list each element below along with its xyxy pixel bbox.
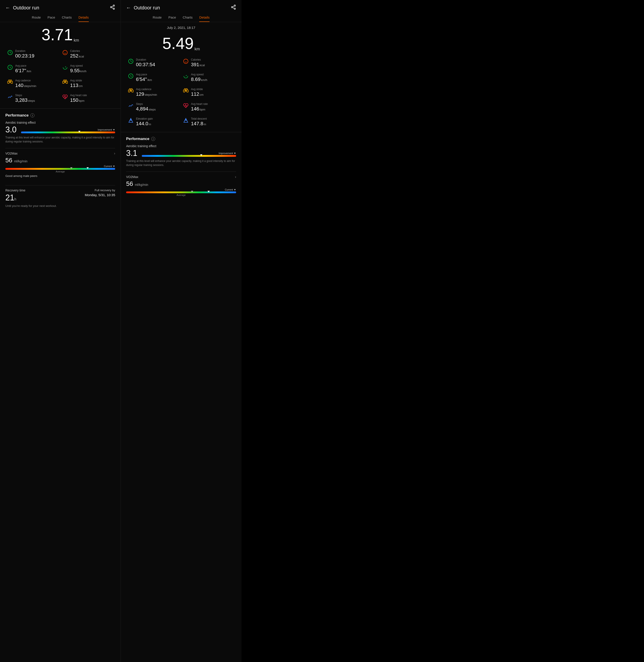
stat-icon xyxy=(128,59,134,65)
aerobic-bar-container: Improvement ▼ xyxy=(142,152,236,157)
vo2max-peer: Good among male peers xyxy=(5,174,115,178)
stat-item: Avg pace6'54"/km xyxy=(126,70,181,85)
stat-content: Avg cadence140steps/min xyxy=(15,79,36,88)
stat-item: Calories391kcal xyxy=(181,55,236,70)
stat-item: Total descent147.8m xyxy=(181,115,236,129)
stat-item: Elevation gain144.0m xyxy=(126,115,181,129)
stat-value: 146bpm xyxy=(191,106,208,112)
info-icon[interactable]: i xyxy=(151,137,155,141)
stat-value: 4,894steps xyxy=(136,106,156,112)
svg-rect-7 xyxy=(7,81,9,84)
share-icon[interactable] xyxy=(231,4,236,11)
stat-content: Avg heart rate150bpm xyxy=(70,94,87,103)
stat-value: 150bpm xyxy=(70,97,87,103)
stat-content: Calories391kcal xyxy=(191,58,205,68)
stat-value: 00:37:54 xyxy=(136,62,155,68)
performance-section: Performancei Aerobic training effect 3.0… xyxy=(0,110,120,211)
stat-value: 8.69km/h xyxy=(191,76,207,82)
svg-line-4 xyxy=(112,6,113,7)
vo2max-title: VO2Max xyxy=(126,175,138,179)
vo2max-arrow[interactable]: › xyxy=(235,175,236,179)
stat-icon xyxy=(128,103,134,110)
vo2max-title: VO2Max xyxy=(5,152,18,155)
recovery-date: Monday, 5/31, 10:35 xyxy=(85,193,115,197)
share-icon[interactable] xyxy=(110,4,115,11)
back-button[interactable]: ← xyxy=(5,5,10,11)
vo2max-bar-indicator xyxy=(87,167,89,169)
stats-grid: Duration00:23:19Calories252kcalAvg pace6… xyxy=(0,45,120,108)
stat-value: 144.0m xyxy=(136,121,153,127)
vo2max-avg-label: Average xyxy=(5,170,115,173)
stat-content: Avg cadence129steps/min xyxy=(136,88,157,97)
tab-charts[interactable]: Charts xyxy=(62,16,72,22)
recovery-subtitle: Until you're ready for your next workout… xyxy=(5,204,115,208)
stat-label: Calories xyxy=(191,58,205,61)
vo2max-bar-label: Current ▼ xyxy=(5,165,115,167)
stat-label: Duration xyxy=(136,58,155,61)
distance-unit: km xyxy=(194,47,200,51)
svg-rect-21 xyxy=(187,90,188,92)
run-date: July 2, 2021, 18:17 xyxy=(121,22,242,29)
stat-icon xyxy=(183,88,189,94)
stat-content: Avg speed9.55km/h xyxy=(70,64,87,74)
stat-item: Avg heart rate150bpm xyxy=(60,91,115,106)
main-distance: 3.71km xyxy=(0,22,120,45)
stat-label: Avg heart rate xyxy=(191,102,208,106)
tab-charts[interactable]: Charts xyxy=(183,16,192,22)
aerobic-section: Aerobic training effect 3.1 Improvement … xyxy=(126,144,236,167)
aerobic-description: Training at this level will enhance your… xyxy=(126,159,236,167)
stat-value: 113cm xyxy=(70,83,83,88)
stat-value: 252kcal xyxy=(70,53,84,59)
stat-label: Total descent xyxy=(191,117,207,120)
stat-item: Avg stride113cm xyxy=(60,76,115,91)
vo2max-value: 56 ml/kg/min xyxy=(126,180,236,187)
stat-item: Steps4,894steps xyxy=(126,100,181,115)
aerobic-bar-label: Improvement ▼ xyxy=(142,152,236,155)
tab-details[interactable]: Details xyxy=(78,16,89,22)
divider xyxy=(121,132,242,132)
stat-item: Avg speed8.69km/h xyxy=(181,70,236,85)
stat-content: Duration00:37:54 xyxy=(136,58,155,68)
vo2max-arrow[interactable]: › xyxy=(114,152,115,155)
header-left: ←Outdoor run xyxy=(126,5,160,11)
aerobic-bar-container: Improvement ▼ xyxy=(21,128,115,134)
vo2max-header: VO2Max › xyxy=(5,152,115,155)
stat-content: Avg speed8.69km/h xyxy=(191,73,207,82)
recovery-value: 21h xyxy=(5,193,16,202)
stat-value: 147.8m xyxy=(191,121,207,127)
stat-icon xyxy=(7,50,13,56)
main-distance: 5.49km xyxy=(121,31,242,54)
tab-details[interactable]: Details xyxy=(199,16,209,22)
vo2max-gradient-bar xyxy=(5,168,115,170)
tab-route[interactable]: Route xyxy=(32,16,41,22)
svg-line-14 xyxy=(233,7,234,8)
performance-title: Performancei xyxy=(5,113,115,118)
info-icon[interactable]: i xyxy=(30,113,34,117)
stat-label: Elevation gain xyxy=(136,117,153,120)
stat-item: Avg speed9.55km/h xyxy=(60,62,115,76)
header: ←Outdoor run xyxy=(0,0,120,13)
stat-label: Avg speed xyxy=(191,73,207,76)
vo2max-avg-label: Average xyxy=(126,194,236,196)
aerobic-gradient-bar xyxy=(142,155,236,157)
stat-value: 6'17"/km xyxy=(15,68,31,74)
stat-value: 391kcal xyxy=(191,62,205,68)
aerobic-value: 3.0 xyxy=(5,126,17,134)
stat-icon xyxy=(128,88,134,94)
stat-label: Calories xyxy=(70,49,84,52)
stat-content: Elevation gain144.0m xyxy=(136,117,153,127)
tab-pace[interactable]: Pace xyxy=(47,16,55,22)
stat-label: Duration xyxy=(15,49,34,52)
tab-pace[interactable]: Pace xyxy=(168,16,176,22)
aerobic-label: Aerobic training effect xyxy=(5,121,115,124)
back-button[interactable]: ← xyxy=(126,5,131,11)
tab-route[interactable]: Route xyxy=(153,16,162,22)
stat-icon xyxy=(128,118,134,124)
performance-label: Performance xyxy=(126,137,150,141)
stat-value: 00:23:19 xyxy=(15,53,34,59)
stat-icon xyxy=(183,73,189,80)
stat-item: Duration00:23:19 xyxy=(5,47,60,62)
stat-label: Steps xyxy=(15,94,35,97)
page-title: Outdoor run xyxy=(13,5,39,11)
vo2max-value: 56 ml/kg/min xyxy=(5,157,115,164)
